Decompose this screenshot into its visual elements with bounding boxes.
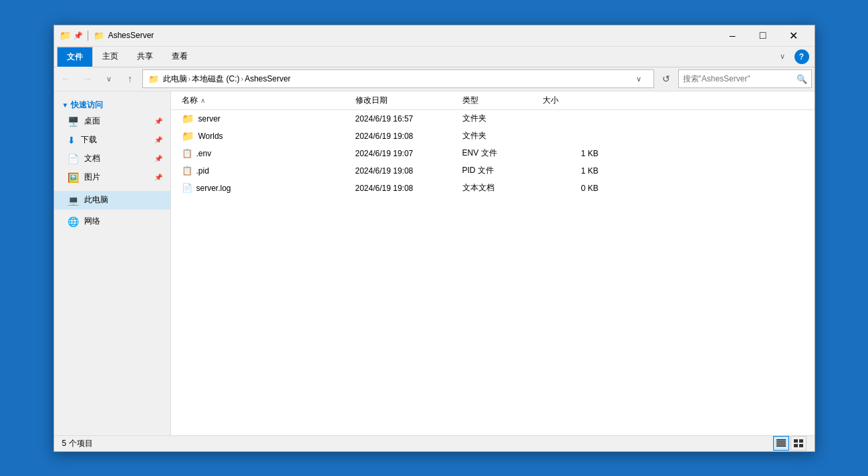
svg-rect-2: [776, 443, 786, 445]
title-separator: |: [87, 29, 90, 41]
svg-rect-5: [799, 439, 803, 443]
file-name-cell: 📄 server.log: [176, 183, 350, 193]
title-pin-icon: 📌: [74, 31, 83, 40]
title-folder-icon: 📁: [59, 30, 71, 41]
folder-icon: 📁: [182, 113, 194, 125]
tab-home[interactable]: 主页: [93, 47, 128, 67]
document-icon: 📄: [67, 154, 79, 164]
back-button[interactable]: ←: [57, 69, 76, 88]
maximize-button[interactable]: □: [748, 25, 778, 46]
help-button[interactable]: ?: [794, 49, 809, 64]
details-view-icon: [776, 439, 786, 447]
file-type-cell: PID 文件: [457, 165, 537, 176]
search-input[interactable]: [683, 74, 794, 83]
search-icon: 🔍: [797, 74, 807, 84]
file-type-cell: ENV 文件: [457, 148, 537, 159]
tab-share[interactable]: 共享: [128, 47, 162, 67]
file-size-cell: 1 KB: [537, 166, 604, 176]
quick-access-arrow: ▼: [62, 101, 69, 109]
network-icon: 🌐: [67, 216, 79, 227]
svg-rect-3: [776, 445, 786, 447]
sidebar-item-documents[interactable]: 📄 文档 📌: [54, 150, 170, 168]
file-date-cell: 2024/6/19 16:57: [350, 114, 457, 124]
sort-arrow: ∧: [200, 97, 205, 104]
forward-button[interactable]: →: [78, 69, 97, 88]
sidebar-item-downloads[interactable]: ⬇ 下载 📌: [54, 131, 170, 150]
download-icon: ⬇: [67, 135, 76, 146]
pictures-icon: 🖼️: [67, 172, 79, 183]
status-bar: 5 个项目: [54, 435, 815, 451]
address-bar[interactable]: 📁 此电脑 › 本地磁盘 (C:) › AshesServer ∨: [142, 69, 654, 88]
desktop-icon: 🖥️: [67, 116, 79, 127]
column-name-header[interactable]: 名称 ∧: [176, 92, 350, 109]
file-date-cell: 2024/6/19 19:08: [350, 184, 457, 193]
search-bar[interactable]: 🔍: [678, 69, 812, 88]
ribbon-expand-button[interactable]: ∨: [773, 47, 792, 66]
column-size-header[interactable]: 大小: [537, 92, 604, 109]
tab-file[interactable]: 文件: [57, 47, 93, 67]
column-date-header[interactable]: 修改日期: [350, 92, 457, 109]
env-file-icon: 📋: [182, 148, 192, 158]
pin-icon-doc: 📌: [154, 155, 162, 162]
file-name-cell: 📋 .env: [176, 148, 350, 158]
svg-rect-7: [799, 444, 803, 447]
pin-icon-pic: 📌: [154, 174, 162, 181]
this-pc-icon: 💻: [67, 195, 79, 206]
path-pc[interactable]: 此电脑: [163, 73, 187, 85]
file-size-cell: 1 KB: [537, 149, 604, 158]
svg-rect-4: [794, 439, 798, 443]
file-list: 📁 server 2024/6/19 16:57 文件夹 📁 Worlds 20…: [171, 110, 815, 435]
window-title: AshesServer: [108, 31, 717, 40]
path-drive[interactable]: 本地磁盘 (C:): [192, 73, 239, 85]
file-size-cell: 0 KB: [537, 184, 604, 193]
tab-view[interactable]: 查看: [162, 47, 197, 67]
ribbon-tabs: 文件 主页 共享 查看 ∨ ?: [54, 47, 815, 67]
file-type-cell: 文件夹: [457, 113, 537, 124]
file-row[interactable]: 📁 server 2024/6/19 16:57 文件夹: [171, 110, 815, 128]
file-explorer-window: 📁 📌 | 📁 AshesServer ‒ □ ✕ 文件 主页 共享 查看 ∨ …: [53, 25, 815, 452]
pin-icon-dl: 📌: [154, 136, 162, 144]
ribbon: 文件 主页 共享 查看 ∨ ?: [54, 47, 815, 67]
address-dropdown-button[interactable]: ∨: [629, 69, 648, 88]
sidebar-item-desktop[interactable]: 🖥️ 桌面 📌: [54, 112, 170, 131]
up-button[interactable]: ↑: [121, 69, 140, 88]
sidebar: ▼ 快速访问 🖥️ 桌面 📌 ⬇ 下载 📌 📄 文档 📌 🖼️ 图片: [54, 91, 171, 435]
svg-rect-6: [794, 444, 798, 447]
address-path: 此电脑 › 本地磁盘 (C:) › AshesServer: [163, 73, 625, 85]
large-icon-view-button[interactable]: [790, 436, 807, 451]
item-count: 5 个项目: [62, 438, 93, 449]
window-controls: ‒ □ ✕: [717, 25, 809, 46]
file-row[interactable]: 📋 .env 2024/6/19 19:07 ENV 文件 1 KB: [171, 145, 815, 162]
file-list-header: 名称 ∧ 修改日期 类型 大小: [171, 91, 815, 110]
dropdown-button[interactable]: ∨: [100, 69, 118, 88]
main-area: ▼ 快速访问 🖥️ 桌面 📌 ⬇ 下载 📌 📄 文档 📌 🖼️ 图片: [54, 91, 815, 435]
file-name-cell: 📋 .pid: [176, 166, 350, 176]
log-file-icon: 📄: [182, 183, 192, 193]
refresh-button[interactable]: ↺: [657, 69, 676, 88]
sidebar-item-this-pc[interactable]: 💻 此电脑: [54, 191, 170, 210]
view-buttons: [773, 436, 807, 451]
pid-file-icon: 📋: [182, 166, 192, 176]
file-row[interactable]: 📁 Worlds 2024/6/19 19:08 文件夹: [171, 128, 815, 145]
file-list-area: 名称 ∧ 修改日期 类型 大小 📁 serv: [171, 91, 815, 435]
path-folder[interactable]: AshesServer: [245, 74, 291, 83]
sidebar-item-pictures[interactable]: 🖼️ 图片 📌: [54, 168, 170, 187]
quick-access-header: ▼ 快速访问: [54, 97, 170, 112]
column-type-header[interactable]: 类型: [457, 92, 537, 109]
file-name-cell: 📁 Worlds: [176, 130, 350, 142]
details-view-button[interactable]: [773, 436, 789, 451]
svg-rect-0: [776, 439, 786, 441]
file-type-cell: 文本文档: [457, 182, 537, 194]
large-icon-view-icon: [794, 439, 803, 447]
minimize-button[interactable]: ‒: [717, 25, 748, 46]
title-bar: 📁 📌 | 📁 AshesServer ‒ □ ✕: [54, 25, 815, 47]
file-row[interactable]: 📋 .pid 2024/6/19 19:08 PID 文件 1 KB: [171, 162, 815, 180]
folder-icon: 📁: [182, 130, 194, 142]
close-button[interactable]: ✕: [778, 25, 809, 46]
title-folder2-icon: 📁: [94, 31, 104, 41]
sidebar-item-network[interactable]: 🌐 网络: [54, 212, 170, 231]
file-name-cell: 📁 server: [176, 113, 350, 125]
address-bar-row: ← → ∨ ↑ 📁 此电脑 › 本地磁盘 (C:) › AshesServer …: [54, 67, 815, 91]
file-date-cell: 2024/6/19 19:08: [350, 132, 457, 141]
file-row[interactable]: 📄 server.log 2024/6/19 19:08 文本文档 0 KB: [171, 180, 815, 197]
